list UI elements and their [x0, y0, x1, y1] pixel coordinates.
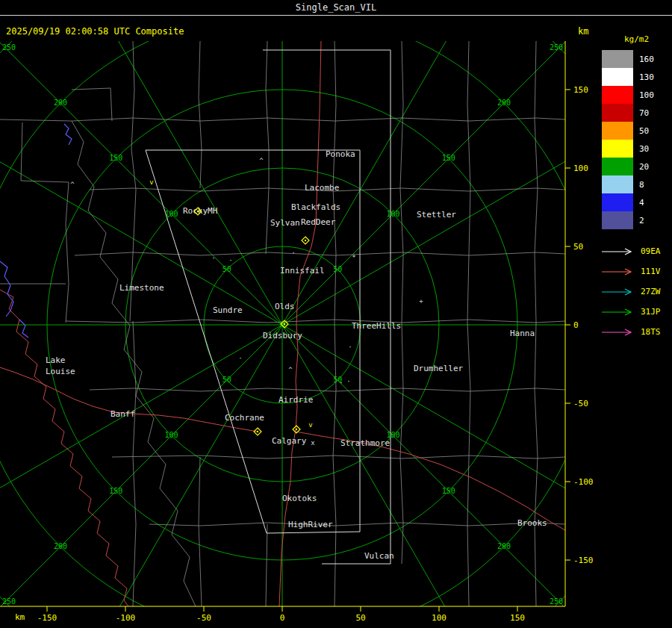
radar-site-dot	[296, 429, 297, 430]
radar-arrow-icon	[602, 287, 636, 296]
place-label-louise: Louise	[46, 367, 75, 376]
scan-timestamp: 2025/09/19 02:00:58 UTC Composite	[6, 26, 184, 37]
place-label-stettler: Stettler	[417, 210, 456, 220]
legend-swatch	[602, 86, 633, 104]
radar-id-row-111V: 111V	[602, 261, 672, 282]
legend-swatch	[602, 175, 633, 193]
colour-scale-legend: 16013010070503020842	[597, 50, 672, 229]
legend-entry-20: 20	[597, 158, 672, 175]
legend-swatch	[602, 158, 633, 175]
bottom-axis-label: 100	[432, 613, 447, 623]
legend-swatch	[602, 68, 633, 86]
window-title: Single_Scan_VIL	[0, 0, 672, 16]
town-marker: ·	[291, 249, 295, 257]
right-axis-unit: km	[578, 26, 588, 37]
range-label-250: 250	[2, 43, 16, 52]
legend-entry-30: 30	[597, 140, 672, 158]
radar-arrow-icon	[602, 308, 636, 317]
range-label-200: 200	[497, 99, 511, 107]
radar-id-row-09EA: 09EA	[602, 241, 672, 261]
radar-id-label: 09EA	[641, 246, 661, 256]
radar-site-dot	[257, 431, 258, 432]
place-label-brooks: Brooks	[517, 518, 547, 528]
scan-area-outlines	[146, 50, 391, 564]
place-label-sylvan: Sylvan	[270, 218, 300, 228]
town-marker: ·	[348, 343, 352, 351]
place-label-reddeer: RedDeer	[301, 217, 336, 227]
place-label-cochrane: Cochrane	[225, 413, 264, 423]
legend-value: 50	[639, 126, 649, 136]
town-marker: v	[149, 178, 153, 186]
place-label-okotoks: Okotoks	[282, 494, 317, 503]
radar-arrow-icon	[602, 267, 636, 276]
place-label-drumheller: Drumheller	[414, 364, 464, 373]
legend-value: 130	[639, 72, 654, 82]
right-axis-label: -50	[573, 399, 588, 408]
legend-entry-8: 8	[597, 175, 672, 193]
radar-site-dot	[284, 323, 285, 325]
legend-entry-160: 160	[597, 50, 672, 68]
legend-entry-100: 100	[597, 86, 672, 104]
place-label-lake: Lake	[46, 355, 66, 365]
legend-value: 20	[639, 162, 649, 172]
place-label-strathmore: Strathmore	[340, 438, 390, 448]
window-title-text: Single_Scan_VIL	[296, 2, 376, 13]
water-features	[0, 124, 72, 338]
place-label-blackfalds: Blackfalds	[291, 202, 340, 212]
range-label-200: 200	[54, 99, 67, 107]
place-label-rockymh: RockyMH	[183, 206, 217, 216]
right-axis-label: 50	[573, 242, 583, 252]
place-labels: PonokaLacombeBlackfaldsSylvanRedDeerStet…	[46, 149, 547, 561]
place-label-hanna: Hanna	[510, 329, 535, 338]
right-axis-label: 0	[573, 320, 579, 330]
radar-id-row-31JP: 31JP	[602, 302, 672, 322]
town-marker: ·	[238, 355, 242, 362]
azimuth-line-150deg	[0, 0, 588, 628]
radar-id-row-27ZW: 27ZW	[602, 282, 672, 302]
bottom-axis-label: -50	[196, 613, 211, 623]
place-label-vulcan: Vulcan	[364, 551, 394, 561]
range-label-200: 200	[497, 542, 511, 550]
legend-swatch	[602, 122, 633, 140]
place-label-threehills: ThreeHills	[352, 321, 401, 331]
bottom-axis-label: 50	[355, 613, 365, 623]
legend-value: 160	[639, 55, 654, 64]
bottom-axis-unit: km	[15, 612, 25, 622]
radar-id-legend: 09EA111V27ZW31JP18TS	[602, 241, 672, 342]
range-label-50: 50	[223, 265, 231, 273]
radar-arrow-icon	[602, 328, 636, 337]
range-label-150: 150	[442, 154, 455, 162]
range-label-250: 250	[550, 43, 563, 52]
place-label-limestone: Limestone	[119, 283, 164, 293]
radar-id-label: 111V	[641, 267, 661, 276]
range-label-50: 50	[223, 376, 231, 384]
legend-unit-label: kg/m2	[624, 34, 672, 44]
range-label-150: 150	[442, 487, 455, 495]
bottom-axis-label: 0	[280, 613, 285, 623]
place-label-ponoka: Ponoka	[326, 149, 355, 159]
legend-value: 8	[639, 180, 644, 190]
town-marker: +	[419, 297, 423, 305]
place-label-didsbury: Didsbury	[263, 331, 302, 341]
town-marker: ·	[211, 255, 215, 262]
place-label-lacombe: Lacombe	[305, 183, 339, 193]
legend-value: 100	[639, 90, 654, 100]
azimuth-line-30deg	[0, 0, 588, 628]
legend-swatch	[602, 193, 633, 211]
place-label-highriver: HighRiver	[288, 520, 333, 529]
town-markers: ^^··*·+····^xvv	[70, 157, 423, 447]
radar-site-dot	[305, 240, 306, 241]
bottom-axis-label: -150	[37, 613, 57, 623]
radar-application-window: Single_Scan_VIL 2025/09/19 02:00:58 UTC …	[0, 0, 672, 628]
legend-entry-50: 50	[597, 122, 672, 140]
place-label-calgary: Calgary	[272, 436, 307, 446]
legend-value: 4	[639, 198, 644, 208]
town-marker: ·	[339, 379, 343, 387]
range-label-100: 100	[164, 431, 178, 439]
radar-map[interactable]: 5050505010010010010015015015015020020020…	[0, 0, 672, 628]
legend-value: 30	[639, 144, 649, 154]
right-axis-label: 100	[573, 164, 588, 173]
legend-swatch	[602, 211, 633, 229]
town-marker: x	[311, 439, 315, 447]
town-marker: ·	[346, 378, 350, 385]
